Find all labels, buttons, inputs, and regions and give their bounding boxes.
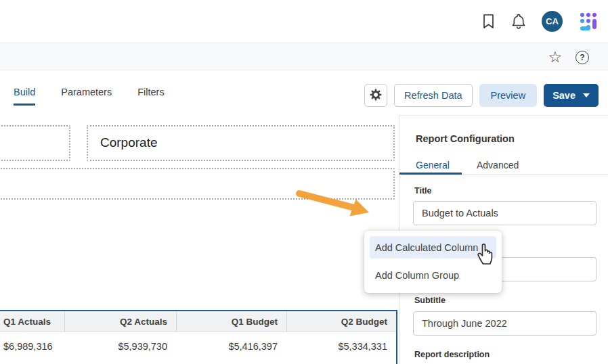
panel-tabs-divider: [399, 175, 608, 175]
table-header-cell: Q1 Actuals: [0, 311, 64, 332]
tab-build[interactable]: Build: [14, 87, 35, 106]
bell-icon[interactable]: [511, 13, 526, 30]
favorite-star-icon[interactable]: ☆: [548, 49, 562, 65]
tab-advanced[interactable]: Advanced: [477, 160, 519, 170]
menu-item-add-column-group[interactable]: Add Column Group: [370, 264, 496, 286]
add-column-dropdown-menu: Add Calculated Column Add Column Group: [364, 231, 502, 293]
apps-grid-icon[interactable]: [578, 12, 599, 32]
active-tab-underline: [399, 173, 462, 175]
table-cell: $5,416,397: [176, 332, 286, 361]
report-toolbar: Build Parameters Filters: [0, 70, 608, 115]
title-field-label: Title: [414, 186, 431, 196]
save-button[interactable]: Save: [544, 84, 599, 107]
description-field-label: Report description: [414, 350, 490, 359]
subheader-row-placeholder[interactable]: [0, 168, 395, 200]
header-cell-placeholder[interactable]: [0, 125, 70, 161]
subtitle-input[interactable]: [413, 311, 596, 336]
tab-filters[interactable]: Filters: [137, 87, 164, 106]
bookmark-icon[interactable]: [481, 13, 496, 30]
table-header-cell: Q2 Actuals: [64, 311, 176, 332]
toolbar-actions: Refresh Data Preview Save: [364, 84, 599, 107]
save-dropdown-caret-icon[interactable]: [583, 93, 590, 97]
help-icon[interactable]: ?: [576, 51, 589, 64]
secondary-bar: ☆ ?: [0, 43, 608, 70]
corporate-label: Corporate: [88, 127, 393, 150]
panel-heading: Report Configuration: [416, 133, 515, 144]
gear-icon: [370, 89, 382, 103]
table-cell: $6,989,316: [0, 332, 64, 361]
table-row: $6,989,316 $5,939,730 $5,416,397 $5,334,…: [0, 332, 396, 361]
subtitle-field-label: Subtitle: [414, 296, 446, 305]
table-header-cell: Q2 Budget: [286, 311, 396, 332]
top-app-bar: CA: [0, 0, 608, 43]
report-canvas: Corporate + ⋯ Q2 Actuals ⋯ Q1 Budget ⋯ Q…: [0, 115, 399, 364]
tab-general[interactable]: General: [416, 160, 450, 170]
preview-button[interactable]: Preview: [479, 84, 538, 107]
refresh-data-button[interactable]: Refresh Data: [394, 84, 472, 107]
report-preview-table[interactable]: Q1 Actuals Q2 Actuals Q1 Budget Q2 Budge…: [0, 310, 397, 364]
help-question-glyph: ?: [576, 51, 589, 64]
header-cell-corporate[interactable]: Corporate: [87, 125, 395, 161]
table-header-cell: Q1 Budget: [176, 311, 286, 332]
menu-item-add-calculated-column[interactable]: Add Calculated Column: [370, 236, 496, 258]
title-input[interactable]: [413, 201, 596, 225]
table-cell: $5,939,730: [64, 332, 176, 361]
avatar[interactable]: CA: [542, 11, 563, 32]
table-cell: $5,334,331: [286, 332, 396, 361]
settings-button[interactable]: [364, 84, 387, 107]
save-button-label: Save: [552, 90, 576, 101]
report-tabs: Build Parameters Filters: [14, 87, 165, 106]
tab-parameters[interactable]: Parameters: [61, 87, 112, 106]
table-header-row: Q1 Actuals Q2 Actuals Q1 Budget Q2 Budge…: [0, 311, 396, 332]
